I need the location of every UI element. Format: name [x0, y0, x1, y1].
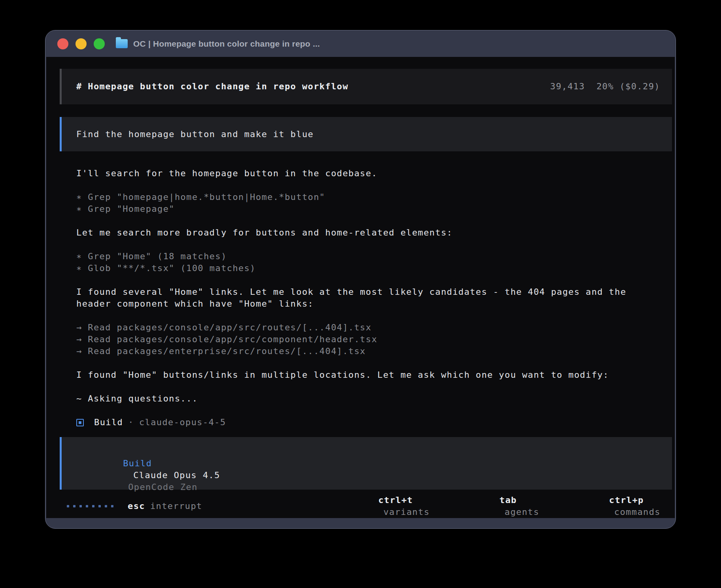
esc-action-label: interrupt	[150, 500, 202, 512]
spacer	[76, 179, 659, 191]
spacer	[76, 357, 659, 369]
spinner-dot	[73, 505, 75, 507]
spacer	[76, 405, 659, 416]
assistant-transcript: I'll search for the homepage button in t…	[76, 168, 659, 428]
titlebar[interactable]: OC | Homepage button color change in rep…	[45, 30, 676, 57]
spacer	[76, 310, 659, 322]
shortcut-commands: ctrl+p commands	[551, 482, 661, 529]
tool-call-read: → Read packages/enterprise/src/routes/[.…	[76, 345, 659, 357]
user-message: Find the homepage button and make it blu…	[60, 117, 672, 151]
assistant-text: I'll search for the homepage button in t…	[76, 168, 659, 179]
folder-icon	[116, 39, 128, 48]
input-model-label: Claude Opus 4.5	[133, 470, 220, 480]
agent-model: claude-opus-4-5	[139, 416, 226, 428]
tool-call-glob: ∗ Glob "**/*.tsx" (100 matches)	[76, 262, 659, 274]
shortcut-label: variants	[383, 507, 430, 517]
shortcut-agents: tab agents	[442, 482, 539, 529]
spinner-dots	[67, 505, 113, 507]
spacer	[76, 381, 659, 393]
spacer	[76, 215, 659, 227]
spinner-dot	[67, 505, 69, 507]
input-agent-label: Build	[123, 458, 152, 468]
window-title: OC | Homepage button color change in rep…	[133, 39, 320, 49]
session-title: # Homepage button color change in repo w…	[76, 81, 348, 92]
minimize-button[interactable]	[75, 38, 87, 49]
status-bar: esc interrupt ctrl+t variants tab agents…	[67, 500, 661, 512]
shortcut-key: ctrl+t	[378, 495, 413, 505]
spinner-dot	[105, 505, 107, 507]
esc-key-hint: esc	[128, 500, 145, 512]
spinner-dot	[86, 505, 88, 507]
shortcut-key: tab	[500, 495, 517, 505]
terminal-content: # Homepage button color change in repo w…	[46, 57, 675, 518]
shortcut-key: ctrl+p	[609, 495, 644, 505]
close-button[interactable]	[57, 38, 68, 49]
spinner-dot	[79, 505, 82, 507]
user-message-text: Find the homepage button and make it blu…	[76, 128, 313, 140]
separator-dot: ·	[128, 416, 134, 428]
tool-call-grep: ∗ Grep "homepage|home.*button|Home.*butt…	[76, 191, 659, 203]
assistant-text: I found several "Home" links. Let me loo…	[76, 286, 659, 298]
session-stats: 39,413 20% ($0.29)	[550, 81, 660, 92]
terminal-window: OC | Homepage button color change in rep…	[45, 30, 676, 529]
zoom-button[interactable]	[94, 38, 105, 49]
prompt-input[interactable]: Build Claude Opus 4.5 OpenCode Zen	[60, 437, 672, 490]
spinner-dot	[111, 505, 113, 507]
input-provider-label: OpenCode Zen	[128, 482, 198, 492]
agent-badge-icon-inner	[79, 421, 81, 424]
assistant-text: Let me search more broadly for buttons a…	[76, 227, 659, 239]
session-header: # Homepage button color change in repo w…	[60, 69, 672, 104]
agent-badge-icon	[76, 419, 84, 426]
shortcut-variants: ctrl+t variants	[320, 482, 430, 529]
spacer	[76, 274, 659, 286]
agent-status: Build · claude-opus-4-5	[76, 416, 659, 428]
shortcut-label: agents	[505, 507, 540, 517]
tool-call-grep: ∗ Grep "Home" (18 matches)	[76, 251, 659, 262]
shortcut-label: commands	[614, 507, 661, 517]
tool-call-read: → Read packages/console/app/src/routes/[…	[76, 322, 659, 334]
assistant-text: I found "Home" buttons/links in multiple…	[76, 369, 659, 381]
spinner-dot	[92, 505, 94, 507]
tool-call-grep: ∗ Grep "Homepage"	[76, 203, 659, 215]
tool-call-read: → Read packages/console/app/src/componen…	[76, 334, 659, 345]
status-bar-right: ctrl+t variants tab agents ctrl+p comman…	[320, 482, 661, 529]
spacer	[76, 239, 659, 251]
assistant-activity: ~ Asking questions...	[76, 393, 659, 405]
status-bar-left: esc interrupt	[67, 500, 202, 512]
agent-name: Build	[94, 416, 123, 428]
assistant-text: header component which have "Home" links…	[76, 298, 659, 310]
spinner-dot	[98, 505, 101, 507]
